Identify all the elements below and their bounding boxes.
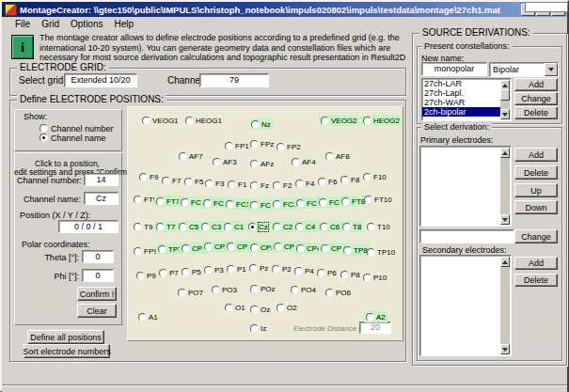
dropdown-arrow-icon[interactable] (545, 63, 558, 76)
electrode-F5[interactable]: F5 (182, 176, 205, 187)
electrode-radio[interactable] (204, 243, 213, 251)
electrode-label[interactable]: C4 (306, 223, 315, 231)
electrode-radio[interactable] (228, 180, 236, 189)
electrode-F8[interactable]: F8 (339, 174, 361, 185)
new-name-field[interactable]: monopolar (421, 62, 487, 76)
scroll-down-icon[interactable] (500, 344, 510, 354)
electrode-label[interactable]: Fz (261, 181, 269, 190)
electrode-label[interactable]: T7 (166, 223, 175, 231)
electrode-radio[interactable] (250, 285, 259, 293)
electrode-radio[interactable] (250, 201, 259, 210)
electrode-label[interactable]: Iz (261, 324, 266, 333)
electrode-label[interactable]: T8 (353, 223, 361, 231)
constellation-change-button[interactable]: Change (514, 92, 558, 105)
channel-number-radio[interactable] (40, 124, 48, 133)
electrode-A2[interactable]: A2 (364, 311, 387, 322)
constellation-item-27ch-LAR[interactable]: 27ch-LAR (422, 79, 501, 88)
secondary-add-button[interactable]: Add (514, 257, 558, 270)
electrode-label[interactable]: AFz (261, 160, 274, 168)
electrode-radio[interactable] (367, 248, 375, 257)
electrode-label[interactable]: P10 (373, 274, 387, 282)
electrode-label[interactable]: T10 (377, 223, 390, 231)
electrode-radio[interactable] (294, 267, 303, 275)
electrode-FT7[interactable]: FT7 (154, 196, 182, 207)
electrode-P3[interactable]: P3 (202, 264, 226, 275)
electrode-label[interactable]: P7 (169, 269, 179, 277)
electrode-label[interactable]: F10 (373, 173, 387, 181)
electrode-label[interactable]: A2 (376, 313, 386, 321)
electrode-FP1[interactable]: FP1 (223, 140, 251, 151)
constellation-delete-button[interactable]: Delete (514, 106, 558, 119)
electrode-radio[interactable] (274, 243, 282, 251)
select-grid-field[interactable]: Extended 10/20 (64, 73, 137, 87)
channel-number-radio-label[interactable]: Channel number (51, 124, 114, 133)
electrode-PO7[interactable]: PO7 (176, 287, 205, 298)
electrode-O2[interactable]: O2 (275, 302, 299, 313)
electrode-P9[interactable]: P9 (134, 270, 158, 281)
constellation-add-button[interactable]: Add (514, 78, 558, 91)
electrode-F2[interactable]: F2 (271, 180, 293, 191)
electrode-radio[interactable] (273, 181, 281, 190)
electrode-label[interactable]: F5 (195, 178, 203, 186)
electrode-label[interactable]: F3 (215, 180, 224, 188)
electrode-radio[interactable] (273, 223, 281, 231)
electrode-P4[interactable]: P4 (292, 265, 316, 276)
electrode-radio[interactable] (134, 247, 142, 256)
electrode-P6[interactable]: P6 (315, 267, 339, 278)
electrode-label[interactable]: AF4 (302, 158, 316, 166)
electrode-label[interactable]: F7 (172, 177, 181, 185)
electrode-label[interactable]: P4 (305, 267, 314, 275)
confirm-button[interactable]: Confirm ! (77, 287, 117, 301)
electrode-PO3[interactable]: PO3 (210, 284, 239, 295)
electrode-Pz[interactable]: Pz (247, 262, 270, 274)
electrode-F9[interactable]: F9 (137, 171, 160, 182)
electrode-C1[interactable]: C1 (222, 221, 245, 232)
scroll-up-icon[interactable] (500, 257, 510, 267)
electrode-radio[interactable] (138, 313, 147, 321)
primary-change-button[interactable]: Change (514, 229, 558, 243)
electrode-C6[interactable]: C6 (318, 221, 341, 232)
electrode-radio[interactable] (272, 265, 280, 274)
electrode-C2[interactable]: C2 (271, 221, 294, 232)
electrode-HEOG1[interactable]: HEOG1 (183, 115, 224, 126)
electrode-P5[interactable]: P5 (180, 266, 203, 277)
electrode-radio[interactable] (212, 286, 220, 294)
electrode-radio[interactable] (364, 196, 372, 204)
electrode-label[interactable]: AF3 (223, 158, 237, 166)
electrode-radio[interactable] (250, 181, 259, 190)
channel-number-field[interactable]: 14 (84, 173, 119, 186)
electrode-Cz[interactable]: Cz (246, 221, 270, 232)
electrode-label[interactable]: TP10 (377, 248, 395, 257)
electrode-F1[interactable]: F1 (226, 179, 248, 190)
electrode-map[interactable]: Electrode Distance [mm] 20 VEOG1HEOG1NzV… (127, 106, 403, 341)
scroll-down-icon[interactable] (500, 214, 510, 225)
primary-edit-field[interactable] (419, 229, 514, 243)
derivation-type-dropdown[interactable]: Bipolar (489, 62, 559, 77)
electrode-radio[interactable] (295, 223, 304, 231)
constellation-item-27ch-Lapl.[interactable]: 27ch-Lapl. (422, 88, 501, 98)
electrode-radio[interactable] (341, 197, 350, 206)
electrode-radio[interactable] (224, 223, 232, 231)
electrode-Iz[interactable]: Iz (248, 322, 268, 334)
electrode-radio[interactable] (366, 313, 374, 321)
electrode-label[interactable]: PO6 (336, 289, 351, 297)
electrode-label[interactable]: POz (261, 285, 276, 293)
electrode-label[interactable]: P8 (351, 271, 360, 279)
phi-field[interactable]: 0 (82, 269, 114, 282)
secondary-electrodes-listbox[interactable] (419, 255, 512, 356)
electrode-radio[interactable] (248, 223, 257, 231)
electrode-radio[interactable] (139, 173, 148, 181)
electrode-label[interactable]: P5 (192, 268, 201, 276)
electrode-A1[interactable]: A1 (136, 311, 160, 322)
electrode-radio[interactable] (319, 198, 327, 207)
electrode-label[interactable]: FPz (261, 140, 274, 149)
electrode-radio[interactable] (136, 272, 145, 280)
electrode-radio[interactable] (249, 264, 258, 273)
electrode-radio[interactable] (227, 265, 235, 274)
electrode-radio[interactable] (204, 266, 213, 274)
electrode-label[interactable]: P9 (147, 272, 156, 280)
electrode-radio[interactable] (340, 176, 349, 184)
electrode-HEOG2[interactable]: HEOG2 (361, 115, 402, 126)
electrode-radio[interactable] (320, 223, 328, 231)
electrode-radio[interactable] (184, 178, 193, 186)
